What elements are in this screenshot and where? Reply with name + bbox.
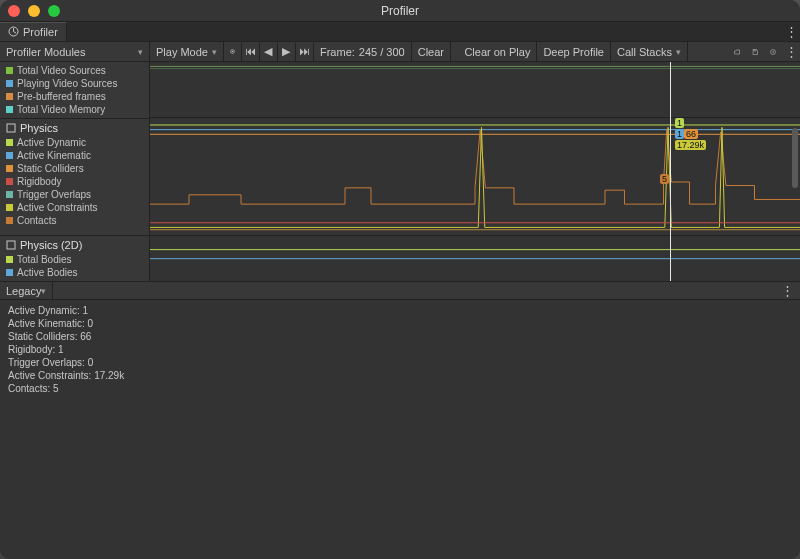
context-menu-button[interactable]: ⋮ [782,43,800,61]
module-icon [6,123,16,133]
legend-label: Active Constraints [17,201,98,214]
current-frame-button[interactable]: ⏭ [296,43,314,61]
module-title: Physics (2D) [20,239,82,251]
legend-item[interactable]: Rigidbody [0,175,149,188]
graphs-area[interactable]: 116617.29k5 [150,62,800,281]
legend-swatch [6,217,13,224]
window-controls [8,5,60,17]
minimize-window-button[interactable] [28,5,40,17]
legend-item[interactable]: Contacts [0,214,149,227]
call-stacks-dropdown[interactable]: Call Stacks [611,42,688,61]
legend-item[interactable]: Active Dynamic [0,136,149,149]
svg-rect-5 [7,124,15,132]
legend-item[interactable]: Total Video Memory [0,103,149,116]
legend-swatch [6,152,13,159]
deep-profile-toggle[interactable]: Deep Profile [537,42,611,61]
record-button[interactable] [224,43,242,61]
legend-label: Active Bodies [17,266,78,279]
legend-item[interactable]: Sleeping Bodies [0,279,149,281]
tab-context-menu-button[interactable]: ⋮ [782,22,800,41]
legend-swatch [6,204,13,211]
tab-strip: Profiler ⋮ [0,22,800,42]
frame-label: Frame: [320,46,355,58]
frame-value: 245 / 300 [359,46,405,58]
profiler-modules-dropdown[interactable]: Profiler Modules [0,42,150,61]
details-mode-dropdown[interactable]: Legacy [0,282,53,299]
legend-item[interactable]: Total Video Sources [0,64,149,77]
clear-on-play-toggle[interactable]: Clear on Play [458,42,537,61]
legend-label: Static Colliders [17,162,84,175]
legend-label: Total Bodies [17,253,71,266]
legend-item[interactable]: Static Colliders [0,162,149,175]
legend-item[interactable]: Pre-buffered frames [0,90,149,103]
prev-frame-button[interactable]: ◀ [260,43,278,61]
legend-item[interactable]: Trigger Overlaps [0,188,149,201]
legend-swatch [6,80,13,87]
save-profile-button[interactable] [746,43,764,61]
main-area: Total Video SourcesPlaying Video Sources… [0,62,800,559]
call-stacks-label: Call Stacks [617,46,672,58]
legend-label: Playing Video Sources [17,77,117,90]
details-context-menu-button[interactable]: ⋮ [775,282,800,299]
legend-label: Pre-buffered frames [17,90,106,103]
legend-swatch [6,191,13,198]
frame-readout: 116617.29k [673,118,708,151]
legend-swatch [6,178,13,185]
play-mode-dropdown[interactable]: Play Mode [150,42,224,61]
deep-profile-label: Deep Profile [543,46,604,58]
legend-swatch [6,269,13,276]
legend-item[interactable]: Total Bodies [0,253,149,266]
module-physics2d[interactable]: Physics (2D)Total BodiesActive BodiesSle… [0,235,149,281]
legend-label: Total Video Sources [17,64,106,77]
graph-row-physics2d[interactable] [150,235,800,281]
module-video[interactable]: Total Video SourcesPlaying Video Sources… [0,62,149,118]
stat-row: Trigger Overlaps: 0 [8,356,792,369]
profiler-toolbar: Profiler Modules Play Mode ⏮ ◀ ▶ ⏭ Frame… [0,42,800,62]
graph-row-physics[interactable]: 116617.29k5 [150,117,800,234]
clear-label: Clear [418,46,444,58]
tab-label: Profiler [23,26,58,38]
legend-swatch [6,67,13,74]
profiler-tab-icon [8,26,19,39]
legend-item[interactable]: Playing Video Sources [0,77,149,90]
graph-row-video[interactable] [150,62,800,117]
stat-row: Active Kinematic: 0 [8,317,792,330]
legend-label: Total Video Memory [17,103,105,116]
playhead[interactable] [670,62,671,281]
details-mode-label: Legacy [6,285,41,297]
load-profile-button[interactable] [728,43,746,61]
stat-row: Rigidbody: 1 [8,343,792,356]
legend-item[interactable]: Active Bodies [0,266,149,279]
tab-profiler[interactable]: Profiler [0,22,67,41]
frame-indicator: Frame: 245 / 300 [314,42,412,61]
module-header[interactable]: Physics [0,121,149,136]
profiler-window: Profiler Profiler ⋮ Profiler Modules Pla… [0,0,800,559]
first-frame-button[interactable]: ⏮ [242,43,260,61]
help-button[interactable]: ? [764,43,782,61]
svg-point-2 [232,51,234,53]
details-toolbar: Legacy ⋮ [0,282,800,300]
close-window-button[interactable] [8,5,20,17]
module-header[interactable]: Physics (2D) [0,238,149,253]
legend-swatch [6,256,13,263]
next-frame-button[interactable]: ▶ [278,43,296,61]
stat-row: Static Colliders: 66 [8,330,792,343]
vertical-scrollbar-thumb[interactable] [792,128,798,188]
legend-swatch [6,93,13,100]
legend-item[interactable]: Active Constraints [0,201,149,214]
zoom-window-button[interactable] [48,5,60,17]
charts-area: Total Video SourcesPlaying Video Sources… [0,62,800,282]
module-icon [6,240,16,250]
legend-item[interactable]: Active Kinematic [0,149,149,162]
legend-swatch [6,106,13,113]
play-mode-label: Play Mode [156,46,208,58]
module-legends: Total Video SourcesPlaying Video Sources… [0,62,150,281]
titlebar: Profiler [0,0,800,22]
stat-row: Active Constraints: 17.29k [8,369,792,382]
module-physics[interactable]: PhysicsActive DynamicActive KinematicSta… [0,118,149,235]
legend-swatch [6,165,13,172]
legend-label: Active Kinematic [17,149,91,162]
clear-button[interactable]: Clear [412,42,451,61]
legend-label: Trigger Overlaps [17,188,91,201]
stat-row: Contacts: 5 [8,382,792,395]
